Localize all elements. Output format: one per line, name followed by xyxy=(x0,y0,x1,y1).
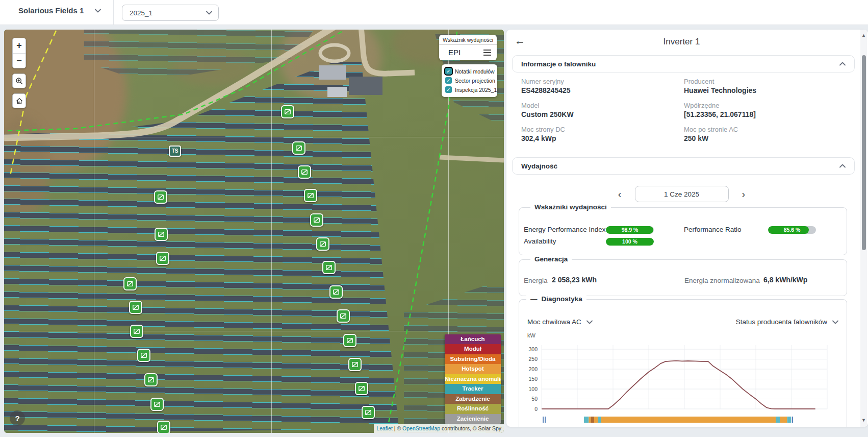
module-note-marker[interactable] xyxy=(329,285,343,299)
module-note-marker[interactable] xyxy=(130,325,143,338)
checkbox-checked-icon[interactable]: ✓ xyxy=(445,68,452,75)
module-note-marker[interactable] xyxy=(155,228,168,241)
module-note-marker[interactable] xyxy=(129,301,142,314)
inverter-info-fields: Numer seryjnyES4288245425ProducentHuawei… xyxy=(521,78,843,150)
field-label: Numer seryjny xyxy=(521,78,684,86)
scroll-up-icon[interactable]: ▲ xyxy=(860,33,867,38)
field-value: ES4288245425 xyxy=(521,86,684,95)
status-select-value: Status producenta falowników xyxy=(736,318,827,326)
legend-row: Roślinność xyxy=(445,404,501,414)
legend-row: Zabrudzenie xyxy=(445,394,501,404)
panel-scrollbar[interactable]: ▲ ▼ xyxy=(860,30,867,427)
info-field: Wpółrzędne[51.23356, 21.067118] xyxy=(684,102,843,119)
module-note-marker[interactable] xyxy=(154,190,167,204)
module-note-marker[interactable] xyxy=(337,309,350,323)
info-field: ModelCustom 250KW xyxy=(521,102,684,119)
module-note-marker[interactable] xyxy=(298,165,311,179)
field-label: Wpółrzędne xyxy=(684,102,843,110)
layer-toggle[interactable]: ✓Inspekcja 2025_1 xyxy=(445,86,494,93)
layer-toggle[interactable]: ✓Notatki modułów xyxy=(445,68,494,75)
map-attribution: Leaflet | © OpenStreetMap contributors, … xyxy=(374,424,504,433)
openstreetmap-link[interactable]: OpenStreetMap xyxy=(402,425,440,431)
module-note-marker[interactable] xyxy=(310,213,323,227)
date-display[interactable]: 1 Cze 2025 xyxy=(635,186,729,202)
module-note-marker[interactable] xyxy=(123,277,137,290)
magnifier-plus-icon xyxy=(15,77,23,85)
kpi-fieldset: Wskaźniki wydajności Energy Performance … xyxy=(519,207,847,255)
module-note-marker[interactable] xyxy=(150,398,164,411)
chevron-down-icon xyxy=(832,320,838,324)
zoom-in-button[interactable]: + xyxy=(13,38,25,53)
y-tick-label: 200 xyxy=(528,366,538,372)
scrollbar-thumb[interactable] xyxy=(862,55,866,250)
help-button[interactable]: ? xyxy=(10,410,25,426)
zoom-out-button[interactable]: − xyxy=(13,53,25,68)
home-extent-button[interactable] xyxy=(12,93,26,108)
next-day-button[interactable]: › xyxy=(740,189,748,199)
module-note-marker[interactable] xyxy=(348,358,362,371)
map-controls: + − xyxy=(12,38,26,108)
field-value: Custom 250KW xyxy=(521,110,684,119)
info-field: Numer seryjnyES4288245425 xyxy=(521,78,684,95)
map[interactable]: TS + − Wskaźnik wydajności EPI ✓Notatki … xyxy=(4,30,504,433)
section-header-inverter-info[interactable]: Informacje o falowniku xyxy=(512,55,855,72)
y-tick-label: 250 xyxy=(528,356,538,362)
previous-day-button[interactable]: ‹ xyxy=(616,189,624,199)
inspection-selector[interactable]: 2025_1 xyxy=(122,5,219,21)
generation-value: 6,8 kWh/kWp xyxy=(763,276,807,284)
y-tick-label: 0 xyxy=(534,406,538,412)
section-title: Informacje o falowniku xyxy=(521,60,596,68)
module-note-marker[interactable] xyxy=(292,141,305,155)
collapse-minus-icon[interactable]: — xyxy=(530,295,538,303)
layer-toggle[interactable]: ✓Sector projection xyxy=(445,77,494,84)
module-note-marker[interactable] xyxy=(322,261,336,274)
module-note-marker[interactable] xyxy=(316,237,329,251)
info-field: Moc po stronie AC250 kW xyxy=(684,126,843,143)
scroll-down-icon[interactable]: ▼ xyxy=(860,418,867,423)
module-note-marker[interactable] xyxy=(362,406,375,419)
generation-label: Energia znormalizowana xyxy=(684,277,760,284)
checkbox-checked-icon[interactable]: ✓ xyxy=(445,77,452,84)
legend-row: Tracker xyxy=(445,384,501,394)
y-axis-unit: kW xyxy=(527,332,536,338)
generation-fieldset: Generacja Energia2 058,23 kWhEnergia zno… xyxy=(519,259,847,296)
power-chart: 300250200150100500kW xyxy=(524,330,846,427)
performance-indicator-title: Wskaźnik wydajności xyxy=(439,35,497,45)
y-tick-label: 150 xyxy=(528,376,538,382)
module-note-marker[interactable] xyxy=(157,421,170,433)
metric-select[interactable]: Moc chwilowa AC xyxy=(527,318,593,326)
module-note-marker[interactable] xyxy=(343,334,356,347)
module-note-marker[interactable] xyxy=(281,105,294,118)
module-note-marker[interactable] xyxy=(156,252,169,265)
y-tick-label: 100 xyxy=(528,386,538,392)
module-note-marker[interactable] xyxy=(355,382,368,395)
section-title: Wydajność xyxy=(521,162,557,170)
status-strip-segment xyxy=(591,417,594,423)
transformer-station-marker[interactable]: TS xyxy=(169,145,181,157)
generation-value: 2 058,23 kWh xyxy=(552,276,597,284)
field-value: 302,4 kWp xyxy=(521,134,684,143)
inverter-title: Inverter 1 xyxy=(506,37,857,47)
attribution-suffix: contributors, © Solar Spy xyxy=(440,425,501,431)
kpi-label: Performance Ratio xyxy=(684,226,742,233)
site-name: Solarious Fields 1 xyxy=(18,6,84,15)
kpi-fieldset-title: Wskaźniki wydajności xyxy=(530,203,611,211)
leaflet-link[interactable]: Leaflet xyxy=(376,425,393,431)
module-note-marker[interactable] xyxy=(304,189,317,202)
status-select[interactable]: Status producenta falowników xyxy=(736,318,838,326)
status-strip-segment xyxy=(787,417,791,423)
hamburger-menu-icon[interactable] xyxy=(483,50,491,56)
kpi-value: 85.6 % xyxy=(768,226,816,234)
date-navigation: ‹ 1 Cze 2025 › xyxy=(506,186,857,202)
module-note-marker[interactable] xyxy=(144,373,158,386)
layer-label: Sector projection xyxy=(455,78,495,84)
section-header-performance[interactable]: Wydajność xyxy=(512,157,855,175)
chevron-down-icon xyxy=(586,320,593,324)
checkbox-checked-icon[interactable]: ✓ xyxy=(445,86,452,93)
site-selector[interactable]: Solarious Fields 1 xyxy=(18,6,101,15)
kpi-label: Availability xyxy=(524,237,556,245)
box-zoom-button[interactable] xyxy=(12,74,26,88)
module-note-marker[interactable] xyxy=(137,349,150,362)
status-strip-segment xyxy=(543,417,544,423)
layer-label: Notatki modułów xyxy=(455,68,495,75)
